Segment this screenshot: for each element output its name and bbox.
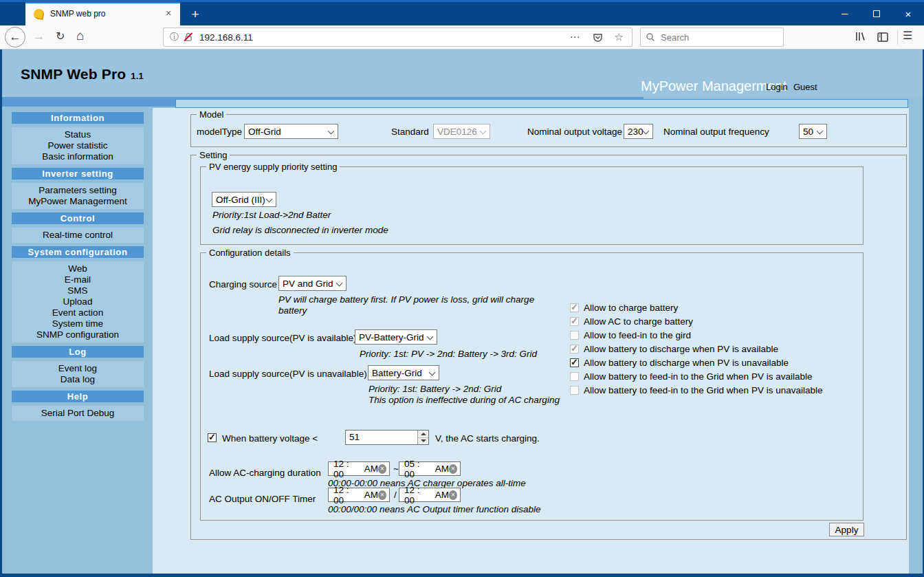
library-icon[interactable] bbox=[853, 30, 867, 43]
checkbox[interactable] bbox=[570, 317, 579, 326]
sidebar-toggle-icon[interactable] bbox=[876, 30, 890, 44]
maximize-button[interactable] bbox=[861, 2, 892, 25]
clear-time-icon[interactable]: × bbox=[449, 490, 457, 500]
check-feed-in-pv-available-row: Allow battery to feed-in to the Grid whe… bbox=[570, 369, 822, 383]
sidebar-header-control: Control bbox=[12, 213, 144, 224]
sidebar-item-email[interactable]: E-mail bbox=[12, 274, 144, 285]
pocket-icon[interactable] bbox=[592, 32, 604, 43]
web-page: SNMP Web Pro1.1 MyPower Managerment Logi… bbox=[0, 50, 924, 577]
checkbox[interactable] bbox=[570, 345, 579, 353]
spinner[interactable] bbox=[417, 431, 428, 444]
sidebar-item-power-statistic[interactable]: Power statistic bbox=[12, 140, 144, 151]
sidebar-item-sms[interactable]: SMS bbox=[12, 285, 144, 296]
standard-label: Standard bbox=[391, 127, 429, 137]
pv-priority-legend: PV energy supply priority setting bbox=[206, 162, 340, 172]
sidebar-item-parameters-setting[interactable]: Parameters setting bbox=[12, 185, 144, 196]
chevron-down-icon bbox=[336, 280, 343, 287]
voltage-select[interactable]: 230 bbox=[624, 124, 653, 139]
check-allow-feed-in-grid-row: Allow to feed-in to the gird bbox=[570, 328, 822, 342]
sidebar-item-event-action[interactable]: Event action bbox=[12, 307, 144, 318]
close-button[interactable]: × bbox=[892, 2, 924, 25]
charging-source-select[interactable]: PV and Grid bbox=[278, 276, 346, 291]
model-type-select[interactable]: Off-Grid bbox=[244, 124, 338, 139]
sidebar-item-event-log[interactable]: Event log bbox=[12, 363, 144, 374]
pv-priority-select[interactable]: Off-Grid (III) bbox=[212, 192, 276, 207]
home-button[interactable]: ⌂ bbox=[76, 28, 84, 43]
check-allow-charge-battery-row: Allow to charge battery bbox=[570, 301, 822, 314]
checkbox[interactable] bbox=[570, 386, 579, 395]
login-link[interactable]: Login bbox=[766, 82, 788, 92]
tab-title: SNMP web pro bbox=[50, 9, 162, 19]
battery-voltage-input[interactable]: 51 bbox=[345, 430, 429, 445]
pv-priority-hint1: Priority:1st Load->2nd Batter bbox=[212, 210, 331, 221]
range-separator: ~ bbox=[393, 464, 399, 474]
sidebar-item-real-time-control[interactable]: Real-time control bbox=[12, 230, 144, 241]
minimize-button[interactable] bbox=[829, 2, 861, 25]
config-details-legend: Configuration details bbox=[206, 248, 294, 258]
chevron-down-icon bbox=[643, 128, 650, 135]
sidebar-item-web[interactable]: Web bbox=[12, 263, 144, 274]
ac-output-off-input[interactable]: 12 : 00 AM × bbox=[399, 488, 461, 502]
app-title: SNMP Web Pro1.1 bbox=[21, 66, 144, 83]
guest-link[interactable]: Guest bbox=[793, 82, 817, 92]
ac-charging-to-input[interactable]: 05 : 00 AM × bbox=[399, 461, 461, 476]
checkbox[interactable] bbox=[570, 331, 579, 340]
sidebar-item-serial-port-debug[interactable]: Serial Port Debug bbox=[12, 408, 144, 419]
permission-checklist: Allow to charge battery Allow AC to char… bbox=[570, 301, 822, 397]
clear-time-icon[interactable]: × bbox=[378, 464, 386, 474]
apply-button[interactable]: Apply bbox=[829, 523, 864, 536]
sidebar-item-mypower-management[interactable]: MyPower Managerment bbox=[12, 196, 144, 207]
window-controls: × bbox=[829, 2, 924, 25]
sidebar-item-upload[interactable]: Upload bbox=[12, 296, 144, 307]
sidebar-item-status[interactable]: Status bbox=[12, 129, 144, 140]
ac-output-timer-label: AC Output ON/OFF Timer bbox=[209, 494, 316, 504]
load-available-label: Load supply source(PV is available) bbox=[209, 333, 357, 343]
frequency-select[interactable]: 50 bbox=[799, 124, 827, 139]
chevron-down-icon bbox=[429, 369, 436, 376]
check-discharge-pv-available-row: Allow battery to discharge when PV is av… bbox=[570, 342, 822, 356]
forward-button[interactable]: → bbox=[33, 30, 45, 43]
hamburger-menu-icon[interactable]: ☰ bbox=[903, 29, 912, 42]
sidebar-header-inverter-setting: Inverter setting bbox=[12, 168, 144, 179]
ac-charging-duration-label: Allow AC-charging duration bbox=[209, 468, 321, 478]
load-unavailable-select[interactable]: Battery-Grid bbox=[368, 365, 439, 380]
model-legend: Model bbox=[197, 109, 226, 120]
back-button[interactable]: ← bbox=[5, 27, 25, 47]
url-text[interactable]: 192.168.6.11 bbox=[199, 32, 570, 43]
checkbox[interactable] bbox=[570, 358, 579, 367]
bookmark-star-icon[interactable]: ☆ bbox=[615, 31, 624, 43]
sidebar-item-snmp-configuration[interactable]: SNMP configuration bbox=[12, 329, 144, 340]
clear-time-icon[interactable]: × bbox=[449, 464, 457, 474]
search-bar[interactable]: Search bbox=[640, 28, 784, 47]
ac-charging-from-input[interactable]: 12 : 00 AM × bbox=[328, 461, 390, 476]
sidebar-item-basic-information[interactable]: Basic information bbox=[12, 151, 144, 162]
sidebar-item-system-time[interactable]: System time bbox=[12, 318, 144, 329]
reload-button[interactable]: ↻ bbox=[56, 30, 65, 43]
header-light-bar bbox=[175, 99, 908, 108]
load-unavailable-label: Load supply source(PV is unavailable) bbox=[209, 369, 367, 379]
url-bar[interactable]: ⓘ 192.168.6.11 ⋯ ☆ bbox=[163, 28, 632, 47]
tab-close-icon[interactable]: × bbox=[162, 8, 175, 20]
config-details-groupbox: Configuration details Charging source PV… bbox=[200, 252, 864, 521]
new-tab-button[interactable]: + bbox=[186, 6, 205, 25]
insecure-lock-icon[interactable] bbox=[183, 32, 194, 43]
load-available-select[interactable]: PV-Battery-Grid bbox=[355, 329, 437, 345]
browser-toolbar: ← → ↻ ⌂ ⓘ 192.168.6.11 ⋯ bbox=[0, 25, 924, 50]
battery-voltage-checkbox[interactable] bbox=[208, 433, 217, 442]
page-actions-icon[interactable]: ⋯ bbox=[570, 31, 581, 43]
browser-tab[interactable]: SNMP web pro × bbox=[25, 2, 180, 25]
firefox-window: SNMP web pro × + × ← → ↻ ⌂ ⓘ 192.168.6.1… bbox=[0, 0, 924, 577]
sidebar-item-data-log[interactable]: Data log bbox=[12, 374, 144, 385]
sidebar-header-help: Help bbox=[12, 391, 144, 402]
page-info-icon[interactable]: ⓘ bbox=[170, 31, 179, 43]
clear-time-icon[interactable]: × bbox=[378, 490, 386, 500]
battery-voltage-label: When battery voltage < bbox=[222, 433, 318, 444]
charging-source-label: Charging source bbox=[209, 279, 277, 290]
checkbox[interactable] bbox=[570, 303, 579, 312]
ac-output-hint: 00:00/00:00 neans AC Output timer functi… bbox=[328, 504, 540, 515]
check-feed-in-pv-unavailable-row: Allow battery to feed-in to the Grid whe… bbox=[570, 383, 822, 397]
chevron-down-icon bbox=[480, 128, 487, 135]
ac-output-on-input[interactable]: 12 : 00 AM × bbox=[328, 488, 390, 502]
checkbox[interactable] bbox=[570, 372, 579, 381]
main-content: Model modelType Off-Grid Standard VDE012… bbox=[153, 108, 909, 574]
